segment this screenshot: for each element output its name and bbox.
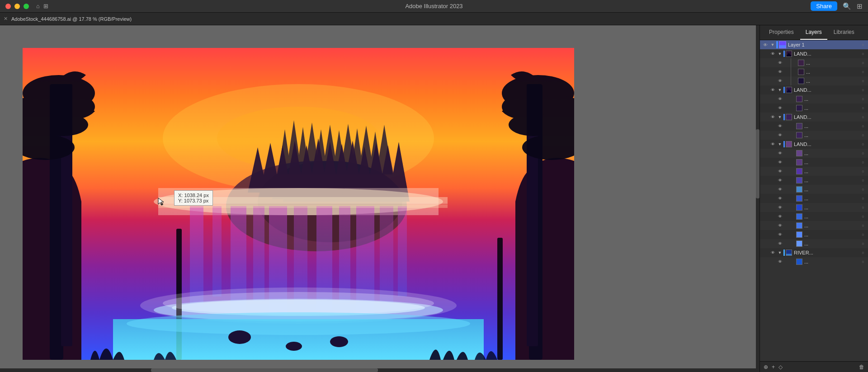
sublayer-river-item1[interactable]: 👁 ... ○: [760, 257, 868, 266]
tab-layers[interactable]: Layers: [800, 25, 827, 40]
list-item[interactable]: 👁 ... ○: [760, 167, 868, 176]
land1-expand-icon[interactable]: ▼: [777, 51, 783, 57]
tab-libraries[interactable]: Libraries: [828, 25, 860, 40]
item-lock[interactable]: ○: [860, 186, 866, 193]
visibility-icon[interactable]: 👁: [776, 240, 783, 247]
land1-item2-visibility[interactable]: 👁: [776, 68, 783, 75]
item-lock[interactable]: ○: [860, 159, 866, 165]
sublayer-land1-item3[interactable]: 👁 ... ○: [760, 76, 868, 85]
land1-item3-visibility[interactable]: 👁: [776, 77, 783, 85]
land3-item1-lock[interactable]: ○: [860, 123, 866, 129]
sublayer-land4-header[interactable]: 👁 ▼ LAND... ○: [760, 140, 868, 149]
land3-item2-lock[interactable]: ○: [860, 132, 866, 138]
land3-item2-visibility[interactable]: 👁: [776, 132, 783, 139]
minimize-button[interactable]: [14, 4, 20, 9]
make-sublayer-button[interactable]: ⊕: [764, 364, 768, 370]
horizontal-scrollbar[interactable]: [0, 368, 756, 372]
visibility-icon[interactable]: 👁: [776, 231, 783, 238]
visibility-icon[interactable]: 👁: [776, 177, 783, 184]
land1-lock-icon[interactable]: ○: [860, 51, 866, 57]
tab-filename[interactable]: AdobeStock_444686758.ai @ 17.78 % (RGB/P…: [11, 16, 132, 22]
item-lock[interactable]: ○: [860, 195, 866, 202]
river-item1-visibility[interactable]: 👁: [776, 258, 783, 265]
finder-icon[interactable]: ⊞: [43, 3, 48, 9]
search-icon[interactable]: 🔍: [843, 2, 851, 10]
layer1-expand-icon[interactable]: ▼: [770, 42, 775, 47]
land2-item2-lock[interactable]: ○: [860, 105, 866, 111]
sublayer-land3-item2[interactable]: 👁 ... ○: [760, 131, 868, 140]
land2-item1-visibility[interactable]: 👁: [776, 95, 783, 103]
list-item[interactable]: 👁 ... ○: [760, 203, 868, 212]
sublayer-land2-header[interactable]: 👁 ▼ LAND... ○: [760, 85, 868, 94]
item-lock[interactable]: ○: [860, 231, 866, 238]
land3-item1-visibility[interactable]: 👁: [776, 122, 783, 130]
land1-item1-visibility[interactable]: 👁: [776, 59, 783, 66]
layer1-visibility-icon[interactable]: 👁: [762, 41, 769, 48]
land2-lock-icon[interactable]: ○: [860, 87, 866, 93]
land1-item1-lock[interactable]: ○: [860, 60, 866, 66]
window-icon[interactable]: ⊞: [857, 2, 863, 10]
land1-item2-lock[interactable]: ○: [860, 69, 866, 75]
sublayer-river-header[interactable]: 👁 ▼ RIVER... ○: [760, 248, 868, 257]
sublayer-land1-header[interactable]: 👁 ▼ LAND... ○: [760, 49, 868, 58]
sublayer-land1-item2[interactable]: 👁 ... ○: [760, 67, 868, 76]
create-new-sublayer-button[interactable]: +: [772, 364, 775, 370]
tab-properties[interactable]: Properties: [764, 25, 799, 40]
land1-item3-lock[interactable]: ○: [860, 78, 866, 84]
sublayer-land3-header[interactable]: 👁 ▼ LAND... ○: [760, 113, 868, 122]
visibility-icon[interactable]: 👁: [776, 159, 783, 166]
item-lock[interactable]: ○: [860, 240, 866, 247]
list-item[interactable]: 👁 ... ○: [760, 212, 868, 221]
land3-lock-icon[interactable]: ○: [860, 114, 866, 120]
layer1-lock-icon[interactable]: ○: [860, 42, 866, 48]
visibility-icon[interactable]: 👁: [776, 213, 783, 220]
land2-visibility-icon[interactable]: 👁: [769, 86, 776, 94]
share-button[interactable]: Share: [811, 1, 837, 11]
visibility-icon[interactable]: 👁: [776, 204, 783, 211]
list-item[interactable]: 👁 ... ○: [760, 239, 868, 248]
sublayer-land3-item1[interactable]: 👁 ... ○: [760, 122, 868, 131]
land2-item1-lock[interactable]: ○: [860, 96, 866, 102]
sublayer-land2-item2[interactable]: 👁 ... ○: [760, 104, 868, 113]
land4-lock-icon[interactable]: ○: [860, 141, 866, 147]
land1-visibility-icon[interactable]: 👁: [769, 50, 776, 57]
land2-expand-icon[interactable]: ▼: [777, 87, 783, 93]
item-lock[interactable]: ○: [860, 177, 866, 184]
list-item[interactable]: 👁 ... ○: [760, 194, 868, 203]
land3-visibility-icon[interactable]: 👁: [769, 113, 776, 121]
item-lock[interactable]: ○: [860, 213, 866, 220]
maximize-button[interactable]: [24, 4, 29, 9]
layer1-header[interactable]: 👁 ▼ Layer 1 ○: [760, 40, 868, 49]
item-lock[interactable]: ○: [860, 168, 866, 174]
list-item[interactable]: 👁 ... ○: [760, 230, 868, 239]
river-item1-lock[interactable]: ○: [860, 259, 866, 265]
sublayer-land1-item1[interactable]: 👁 ... ○: [760, 58, 868, 67]
home-icon[interactable]: ⌂: [36, 3, 40, 9]
list-item[interactable]: 👁 ... ○: [760, 176, 868, 185]
visibility-icon[interactable]: 👁: [776, 168, 783, 175]
visibility-icon[interactable]: 👁: [776, 222, 783, 229]
visibility-icon[interactable]: 👁: [776, 150, 783, 157]
river-lock-icon[interactable]: ○: [860, 250, 866, 256]
item-lock[interactable]: ○: [860, 204, 866, 211]
land4-visibility-icon[interactable]: 👁: [769, 141, 776, 148]
list-item[interactable]: 👁 ... ○: [760, 221, 868, 230]
land2-item2-visibility[interactable]: 👁: [776, 104, 783, 112]
river-visibility-icon[interactable]: 👁: [769, 249, 776, 256]
delete-layer-button[interactable]: 🗑: [859, 364, 864, 370]
list-item[interactable]: 👁 ... ○: [760, 158, 868, 167]
land3-expand-icon[interactable]: ▼: [777, 114, 783, 120]
land4-expand-icon[interactable]: ▼: [777, 141, 783, 147]
item-lock[interactable]: ○: [860, 150, 866, 156]
river-expand-icon[interactable]: ▼: [777, 250, 783, 255]
list-item[interactable]: 👁 ... ○: [760, 149, 868, 158]
vertical-scrollbar[interactable]: [756, 25, 760, 372]
visibility-icon[interactable]: 👁: [776, 186, 783, 193]
move-selection-button[interactable]: ◇: [778, 364, 783, 370]
canvas-area[interactable]: X: 1038.24 px Y: 1073.73 px: [0, 25, 760, 372]
tab-close-icon[interactable]: ✕: [4, 16, 8, 22]
list-item[interactable]: 👁 ... ○: [760, 185, 868, 194]
item-lock[interactable]: ○: [860, 222, 866, 229]
close-button[interactable]: [5, 4, 11, 9]
visibility-icon[interactable]: 👁: [776, 195, 783, 202]
